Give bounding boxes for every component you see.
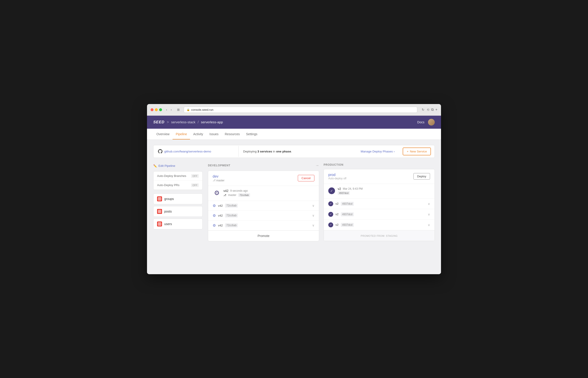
auto-deploy-prs-row: Auto-Deploy PRs OFF (154, 181, 202, 190)
prod-name-section: prod Auto-deploy off (328, 173, 346, 180)
prod-current-time: Mar 24, 9:43 PM (343, 187, 363, 190)
dev-env-title: DEVELOPMENT (208, 164, 230, 167)
breadcrumb-app[interactable]: serverless-app (201, 120, 223, 124)
docs-link[interactable]: Docs (417, 120, 424, 124)
deploy-button[interactable]: Deploy (413, 173, 430, 180)
lock-icon: 🔒 (187, 108, 190, 111)
service-item-groups[interactable]: groups (153, 193, 203, 204)
dev-current-time: 9 seconds ago (230, 189, 248, 192)
dev-card-header: dev ⎇ master Cancel (208, 171, 319, 186)
prod-service-row-2-left: ✓ v2 4937dcd (328, 212, 354, 217)
dev-deploy-info: v42 9 seconds ago ⎇ master 72cc6ab (223, 189, 250, 197)
new-service-label: New Service (410, 150, 427, 153)
prod-service-row-3[interactable]: ✓ v2 4937dcd ∨ (324, 220, 434, 230)
repo-link[interactable]: github.com/fwang/serverless-demo (164, 150, 211, 153)
back-button[interactable]: ‹ (165, 108, 169, 112)
tab-settings[interactable]: Settings (243, 129, 261, 139)
breadcrumb-org[interactable]: serverless-stack (171, 120, 196, 124)
prod-env-card: prod Auto-deploy off Deploy ✓ v2 M (324, 169, 435, 241)
forward-button[interactable]: › (170, 108, 173, 112)
info-bar: github.com/fwang/serverless-demo Deployi… (153, 145, 435, 158)
avatar[interactable] (428, 119, 435, 126)
chevron-down-icon-prod-1[interactable]: ∨ (428, 202, 430, 206)
promoted-label: PROMOTED FROM: staging (361, 234, 398, 237)
deploy-text-3: . (291, 150, 292, 153)
browser-chrome: ‹ › ⊞ 🔒 console.seed.run ↻ ⎋ ⧉ + (147, 104, 441, 116)
prod-service-row-1-left: ✓ v2 4937dcd (328, 201, 354, 206)
manage-arrow: › (394, 150, 395, 153)
auto-deploy-branches-row: Auto-Deploy Branches OFF (154, 172, 202, 181)
prod-deploy-info: v2 Mar 24, 9:43 PM 4937dcd (338, 187, 363, 195)
deploy-info: Deploying 3 services in one phase. (239, 147, 356, 156)
chevron-down-icon-prod-3[interactable]: ∨ (428, 223, 430, 227)
tab-resources[interactable]: Resources (222, 129, 243, 139)
prod-deploy-check-icon: ✓ (328, 188, 335, 194)
new-tab-button[interactable]: ⧉ (431, 108, 434, 112)
branch-icon-small: ⎇ (223, 194, 226, 197)
tab-issues[interactable]: Issues (206, 129, 222, 139)
prod-service-3-version: v2 (335, 223, 339, 227)
dev-service-row-1-left: ⚙ v42 72cc6ab (213, 203, 238, 208)
chevron-down-icon-1[interactable]: ∨ (312, 204, 314, 207)
auto-deploy-branches-value: OFF (191, 174, 199, 178)
check-icon-prod-2: ✓ (328, 212, 333, 217)
dev-service-row-2-left: ⚙ v42 72cc6ab (213, 214, 238, 218)
dev-service-row-2[interactable]: ⚙ v42 72cc6ab ∨ (208, 211, 319, 221)
dev-env-name[interactable]: dev (213, 175, 224, 178)
promote-footer[interactable]: Promote (208, 230, 319, 241)
new-service-button[interactable]: + New Service (403, 148, 431, 155)
promote-label: Promote (258, 234, 270, 238)
dev-service-2-commit: 72cc6ab (225, 214, 238, 217)
dev-service-2-version: v42 (218, 214, 223, 217)
prod-current-deploy: ✓ v2 Mar 24, 9:43 PM 4937dcd (324, 184, 434, 199)
cancel-button[interactable]: Cancel (298, 175, 314, 181)
tab-activity[interactable]: Activity (190, 129, 206, 139)
prod-service-row-2[interactable]: ✓ v2 4937dcd ∨ (324, 209, 434, 220)
maximize-button[interactable] (159, 108, 162, 111)
chevron-down-icon-3[interactable]: ∨ (312, 224, 314, 227)
close-button[interactable] (151, 108, 154, 111)
auto-deploy-branches-label: Auto-Deploy Branches (157, 174, 186, 177)
edit-pipeline-button[interactable]: ✏️ Edit Pipeline (153, 163, 175, 171)
environments: DEVELOPMENT → dev ⎇ master (208, 163, 435, 241)
prod-service-3-commit: 4937dcd (341, 223, 354, 227)
tab-overview[interactable]: Overview (153, 129, 172, 139)
prod-env-name[interactable]: prod (328, 173, 346, 177)
browser-nav-buttons: ‹ › (165, 108, 173, 112)
dev-service-row-3[interactable]: ⚙ v42 72cc6ab ∨ (208, 221, 319, 230)
share-button[interactable]: ⎋ (427, 108, 429, 112)
prod-service-row-1[interactable]: ✓ v2 4937dcd ∨ (324, 199, 434, 209)
prod-auto-deploy: Auto-deploy off (328, 177, 346, 180)
refresh-button[interactable]: ↻ (422, 108, 424, 111)
app-header: SEED > serverless-stack / serverless-app… (147, 116, 441, 129)
dev-service-3-version: v42 (218, 224, 223, 227)
dev-current-commit: 72cc6ab (238, 193, 250, 197)
prod-service-2-commit: 4937dcd (341, 212, 354, 216)
service-item-posts[interactable]: posts (153, 206, 203, 217)
add-button[interactable]: + (435, 108, 437, 112)
chevron-down-icon-prod-2[interactable]: ∨ (428, 213, 430, 216)
dev-service-row-1[interactable]: ⚙ v42 72cc6ab ∨ (208, 201, 319, 211)
minimize-button[interactable] (155, 108, 158, 111)
main-content: github.com/fwang/serverless-demo Deployi… (147, 140, 441, 274)
prod-service-1-commit: 4937dcd (341, 202, 354, 206)
auto-deploy-section: Auto-Deploy Branches OFF Auto-Deploy PRs… (153, 171, 203, 190)
service-item-users[interactable]: users (153, 219, 203, 229)
chevron-down-icon-2[interactable]: ∨ (312, 214, 314, 217)
service-icon-groups (157, 196, 162, 201)
address-bar[interactable]: 🔒 console.seed.run (184, 107, 417, 113)
seed-logo[interactable]: SEED (153, 120, 165, 124)
browser-window: ‹ › ⊞ 🔒 console.seed.run ↻ ⎋ ⧉ + SEED > … (147, 104, 441, 274)
dev-current-deploy: ⚙ v42 9 seconds ago ⎇ master 72cc6ab (208, 186, 319, 201)
prod-service-1-version: v2 (335, 202, 339, 205)
pipeline-layout: ✏️ Edit Pipeline Auto-Deploy Branches OF… (153, 163, 435, 241)
breadcrumb-sep2: / (198, 120, 198, 124)
dev-env-arrow: → (315, 163, 319, 168)
manage-deploy-phases-link[interactable]: Manage Deploy Phases › (356, 147, 399, 156)
dev-env-header: DEVELOPMENT → (208, 163, 319, 171)
dev-branch-name: master (216, 179, 224, 182)
prod-current-commit: 4937dcd (338, 191, 350, 195)
tab-pipeline[interactable]: Pipeline (172, 129, 190, 139)
url-text: console.seed.run (191, 108, 213, 111)
sidebar-toggle-button[interactable]: ⊞ (176, 108, 181, 112)
